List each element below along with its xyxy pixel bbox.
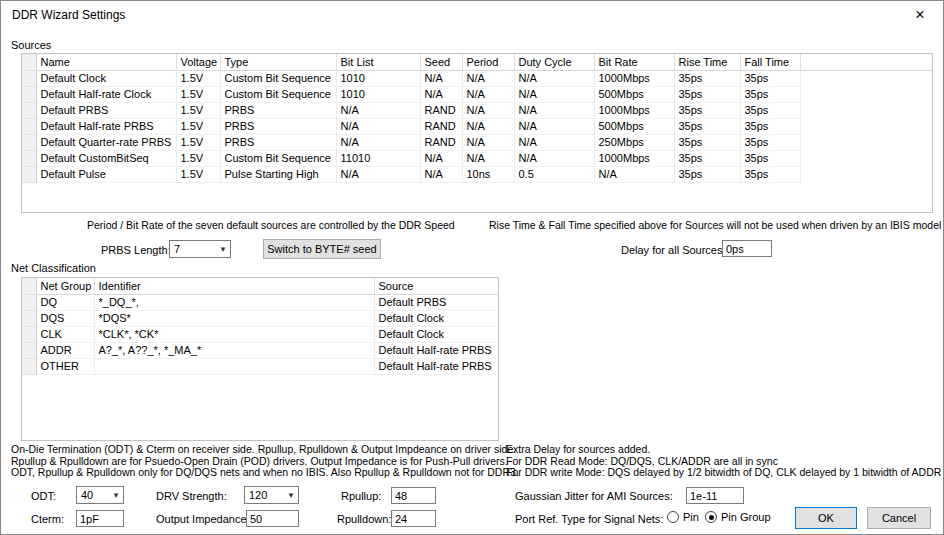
column-header: Voltage [176, 54, 220, 71]
cell: Pulse Starting High [220, 167, 336, 183]
note-line: On-Die Termination (ODT) & Cterm on rece… [11, 444, 519, 456]
cell: Default Quarter-rate PRBS [36, 135, 176, 151]
cancel-button[interactable]: Cancel [867, 507, 931, 529]
cterm-input[interactable] [76, 510, 124, 527]
net-header-row: Net GroupIdentifierSource [22, 278, 498, 295]
cell: Custom Bit Sequence [220, 71, 336, 87]
cell: N/A [514, 103, 594, 119]
cell: 0.5 [514, 167, 594, 183]
table-row[interactable]: CLK*CLK*, *CK*Default Clock [22, 327, 498, 343]
cell: Custom Bit Sequence [220, 87, 336, 103]
cell: 1.5V [176, 87, 220, 103]
cell: N/A [462, 103, 514, 119]
close-button[interactable]: × [899, 2, 941, 28]
table-row[interactable]: Default Pulse1.5VPulse Starting HighN/AN… [22, 167, 932, 183]
switch-byte-seed-button[interactable]: Switch to BYTE# seed [263, 239, 381, 259]
cell: A?_*, A??_*, *_MA_* [94, 343, 374, 359]
cell: 35ps [674, 119, 740, 135]
row-gutter [22, 167, 36, 183]
window-title: DDR Wizard Settings [12, 8, 125, 22]
chevron-down-icon: ▾ [109, 490, 123, 500]
cell: 35ps [674, 71, 740, 87]
port-ref-pin-group-option[interactable]: Pin Group [705, 510, 771, 524]
cell: ADDR [36, 343, 94, 359]
column-header: Type [220, 54, 336, 71]
cell: Default Clock [374, 327, 498, 343]
delay-all-sources-input[interactable] [722, 240, 772, 257]
cterm-label: Cterm: [31, 513, 64, 525]
output-impedance-label: Output Impedance: [156, 513, 250, 525]
cell: 35ps [740, 135, 800, 151]
table-row[interactable]: OTHERDefault Half-rate PRBS [22, 359, 498, 375]
output-impedance-input[interactable] [246, 510, 299, 527]
column-header: Seed [420, 54, 462, 71]
table-row[interactable]: Default Quarter-rate PRBS1.5VPRBSN/ARAND… [22, 135, 932, 151]
cell: 35ps [740, 71, 800, 87]
cell: N/A [336, 103, 420, 119]
cell: 1010 [336, 71, 420, 87]
table-row[interactable]: Default Half-rate Clock1.5VCustom Bit Se… [22, 87, 932, 103]
prbs-length-select[interactable]: 7 ▾ [169, 240, 231, 258]
radio-pin-group[interactable] [705, 511, 717, 523]
rpullup-label: Rpullup: [341, 490, 381, 502]
cell: 35ps [674, 103, 740, 119]
cell: N/A [420, 167, 462, 183]
table-row[interactable]: Default Clock1.5VCustom Bit Sequence1010… [22, 71, 932, 87]
cell: N/A [462, 135, 514, 151]
table-row[interactable]: Default Half-rate PRBS1.5VPRBSN/ARANDN/A… [22, 119, 932, 135]
cell: N/A [462, 71, 514, 87]
odt-label: ODT: [31, 490, 56, 502]
delay-all-sources-label: Delay for all Sources: [621, 244, 726, 256]
cell: N/A [420, 87, 462, 103]
drv-strength-label: DRV Strength: [156, 490, 227, 502]
cell: N/A [514, 151, 594, 167]
cell: 1.5V [176, 135, 220, 151]
table-row[interactable]: DQS*DQS*Default Clock [22, 311, 498, 327]
cell: 1010 [336, 87, 420, 103]
cell: Default Pulse [36, 167, 176, 183]
row-gutter [22, 71, 36, 87]
cell: *_DQ_*, [94, 295, 374, 311]
radio-pin-label: Pin [683, 511, 699, 523]
table-row[interactable]: ADDRA?_*, A??_*, *_MA_*Default Half-rate… [22, 343, 498, 359]
termination-notes: On-Die Termination (ODT) & Cterm on rece… [11, 444, 519, 479]
cell: N/A [420, 71, 462, 87]
column-header: Fall Time [740, 54, 800, 71]
titlebar: DDR Wizard Settings × [1, 1, 943, 29]
close-icon: × [915, 6, 924, 24]
cell: 35ps [674, 167, 740, 183]
row-gutter [22, 119, 36, 135]
cell: OTHER [36, 359, 94, 375]
table-row[interactable]: DQ*_DQ_*,Default PRBS [22, 295, 498, 311]
cell: 1.5V [176, 167, 220, 183]
port-ref-pin-option[interactable]: Pin [667, 510, 699, 524]
cell: 1.5V [176, 71, 220, 87]
cell: N/A [514, 135, 594, 151]
sources-table: NameVoltageTypeBit ListSeedPeriodDuty Cy… [22, 54, 932, 183]
gaussian-jitter-input[interactable] [686, 487, 744, 504]
cell: 500Mbps [594, 119, 674, 135]
table-row[interactable]: Default PRBS1.5VPRBSN/ARANDN/AN/A1000Mbp… [22, 103, 932, 119]
cell: 10ns [462, 167, 514, 183]
cell: N/A [462, 119, 514, 135]
table-row[interactable]: Default CustomBitSeq1.5VCustom Bit Seque… [22, 151, 932, 167]
sources-table-container: NameVoltageTypeBit ListSeedPeriodDuty Cy… [21, 53, 933, 213]
cell: 35ps [674, 87, 740, 103]
chevron-down-icon: ▾ [284, 490, 298, 500]
cell [94, 359, 374, 375]
row-gutter [22, 295, 36, 311]
cell: 1000Mbps [594, 71, 674, 87]
drv-strength-select[interactable]: 120 ▾ [244, 486, 299, 504]
cell: DQS [36, 311, 94, 327]
cell: N/A [336, 135, 420, 151]
net-classification-table: Net GroupIdentifierSource DQ*_DQ_*,Defau… [22, 278, 498, 375]
column-header: Rise Time [674, 54, 740, 71]
ok-button[interactable]: OK [795, 507, 857, 529]
column-header: Bit List [336, 54, 420, 71]
gaussian-jitter-label: Gaussian Jitter for AMI Sources: [515, 490, 673, 502]
radio-pin[interactable] [667, 511, 679, 523]
rpulldown-input[interactable] [391, 510, 436, 527]
odt-select[interactable]: 40 ▾ [76, 486, 124, 504]
rpullup-input[interactable] [391, 487, 436, 504]
header-gutter [22, 54, 36, 71]
